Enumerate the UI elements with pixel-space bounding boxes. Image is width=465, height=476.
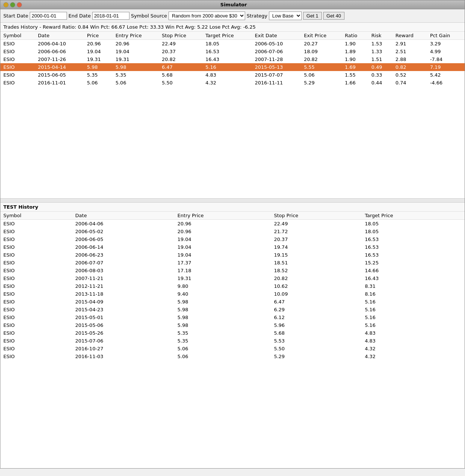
test-header-row: Symbol Date Entry Price Stop Price Targe…: [0, 212, 465, 220]
trades-table: Symbol Date Price Entry Price Stop Price…: [0, 32, 465, 87]
list-item[interactable]: ESIO2006-06-1419.0419.7416.53: [0, 243, 465, 251]
list-item[interactable]: ESIO2015-05-265.355.684.83: [0, 329, 465, 337]
col-symbol: Symbol: [0, 32, 35, 40]
window-title: Simulator: [22, 2, 445, 7]
col-entry-price: Entry Price: [112, 32, 159, 40]
col-exit-price: Exit Price: [301, 32, 342, 40]
test-col-symbol: Symbol: [0, 212, 72, 220]
list-item[interactable]: ESIO2016-11-035.065.294.32: [0, 353, 465, 360]
end-date-input[interactable]: [92, 12, 129, 20]
list-item[interactable]: ESIO2015-04-095.986.475.16: [0, 298, 465, 306]
trades-header-row: Symbol Date Price Entry Price Stop Price…: [0, 32, 465, 40]
col-date: Date: [35, 32, 84, 40]
list-item[interactable]: ESIO2015-04-235.986.295.16: [0, 306, 465, 313]
get1-button[interactable]: Get 1: [303, 12, 322, 20]
col-stop-price: Stop Price: [159, 32, 202, 40]
col-target-price: Target Price: [202, 32, 252, 40]
minimize-button[interactable]: [3, 2, 9, 7]
col-pct-gain: Pct Gain: [427, 32, 465, 40]
col-reward: Reward: [392, 32, 427, 40]
list-item[interactable]: ESIO2016-10-275.065.504.32: [0, 345, 465, 353]
trades-section: Symbol Date Price Entry Price Stop Price…: [0, 32, 465, 87]
strategy-select[interactable]: Low Base: [269, 12, 302, 20]
list-item[interactable]: ESIO2015-05-015.986.125.16: [0, 313, 465, 321]
test-table: Symbol Date Entry Price Stop Price Targe…: [0, 212, 465, 360]
test-col-target-price: Target Price: [362, 212, 465, 220]
symbol-source-select[interactable]: Random from 2000 above $30: [169, 12, 245, 20]
test-col-date: Date: [72, 212, 174, 220]
list-item[interactable]: ESIO2007-11-2119.3120.8216.43: [0, 274, 465, 282]
start-date-input[interactable]: [30, 12, 67, 20]
list-item[interactable]: ESIO2013-11-189.4010.098.16: [0, 290, 465, 298]
start-date-label: Start Date: [3, 13, 28, 19]
list-item[interactable]: ESIO2015-07-065.355.534.83: [0, 337, 465, 345]
list-item[interactable]: ESIO2015-05-065.985.965.16: [0, 321, 465, 329]
table-row[interactable]: ESIO2016-11-015.065.065.504.322016-11-11…: [0, 79, 465, 87]
list-item[interactable]: ESIO2006-05-0220.9621.7218.05: [0, 228, 465, 235]
spacer: [0, 87, 465, 198]
get40-button[interactable]: Get 40: [323, 12, 344, 20]
table-row[interactable]: ESIO2015-04-145.985.986.475.162015-05-13…: [0, 63, 465, 71]
maximize-button[interactable]: [10, 2, 15, 7]
list-item[interactable]: ESIO2012-11-219.8010.628.31: [0, 282, 465, 290]
table-row[interactable]: ESIO2007-11-2619.3119.3120.8216.432007-1…: [0, 55, 465, 63]
table-row[interactable]: ESIO2015-06-055.355.355.684.832015-07-07…: [0, 71, 465, 79]
summary-bar: Trades History - Reward Ratio: 0.84 Win …: [0, 23, 465, 32]
close-button[interactable]: [17, 2, 22, 7]
test-history-section: TEST History Symbol Date Entry Price Sto…: [0, 203, 465, 360]
test-col-entry-price: Entry Price: [174, 212, 271, 220]
summary-text: Trades History - Reward Ratio: 0.84 Win …: [3, 24, 256, 30]
list-item[interactable]: ESIO2006-04-0620.9622.4918.05: [0, 220, 465, 228]
list-item[interactable]: ESIO2006-07-0717.3718.5115.25: [0, 259, 465, 267]
symbol-source-label: Symbol Source: [131, 13, 167, 19]
list-item[interactable]: ESIO2006-06-2319.0419.1516.53: [0, 251, 465, 259]
section-divider: [0, 198, 465, 203]
list-item[interactable]: ESIO2006-08-0317.1818.5214.66: [0, 267, 465, 274]
test-history-title: TEST History: [0, 203, 465, 212]
col-risk: Risk: [368, 32, 392, 40]
table-row[interactable]: ESIO2006-06-0619.0419.0420.3716.532006-0…: [0, 48, 465, 55]
strategy-label: Strategy: [247, 13, 267, 19]
toolbar: Start Date End Date Symbol Source Random…: [0, 9, 465, 23]
window-controls[interactable]: [3, 2, 22, 7]
table-row[interactable]: ESIO2006-04-1020.9620.9622.4918.052006-0…: [0, 40, 465, 48]
title-bar: Simulator: [0, 0, 465, 9]
list-item[interactable]: ESIO2006-06-0519.0420.3716.53: [0, 235, 465, 243]
end-date-label: End Date: [68, 13, 91, 19]
test-col-stop-price: Stop Price: [271, 212, 362, 220]
col-exit-date: Exit Date: [252, 32, 301, 40]
col-price: Price: [84, 32, 113, 40]
col-ratio: Ratio: [342, 32, 368, 40]
